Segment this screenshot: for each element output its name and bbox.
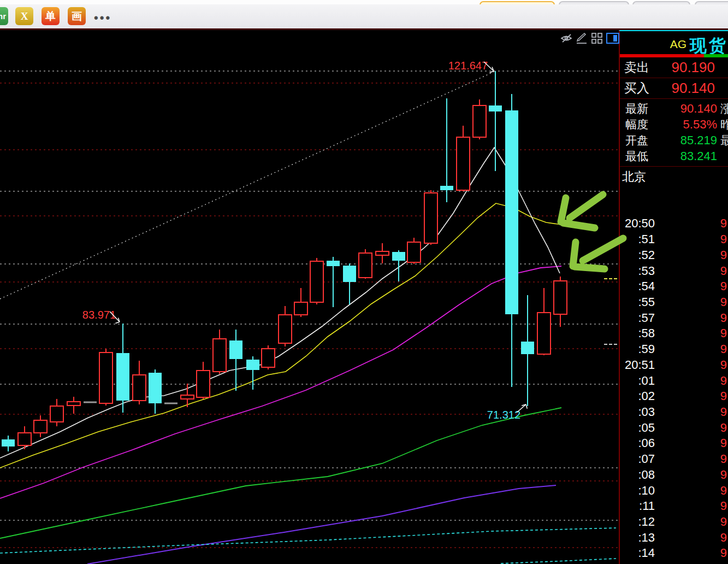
time-row[interactable]: 20:519 [620, 357, 728, 373]
time-row[interactable]: :519 [620, 232, 728, 248]
price-partial: 9 [655, 264, 727, 278]
time-row[interactable]: :529 [620, 247, 728, 263]
time-row[interactable]: :109 [620, 483, 728, 498]
time-row[interactable]: :599 [620, 342, 728, 357]
grid-layout-icon[interactable] [590, 32, 603, 45]
time-row[interactable]: :579 [620, 310, 728, 326]
timezone-label: 北京 [620, 167, 728, 183]
candle-up [537, 313, 551, 354]
price-partial: 9 [655, 216, 727, 231]
time-row[interactable]: :539 [620, 263, 728, 279]
ask-row[interactable]: 卖出 90.190 [620, 57, 728, 78]
price-partial: 9 [655, 358, 727, 372]
ask-label: 卖出 [624, 59, 662, 76]
hr-tool-icon[interactable]: hr [0, 7, 8, 25]
draw-pencil-icon[interactable] [575, 32, 588, 45]
price-annotation: 71.312 [487, 409, 520, 421]
stat-label: 幅度 [625, 117, 662, 132]
time-label: :54 [620, 279, 655, 293]
price-partial: 9 [655, 499, 727, 513]
session-bar [620, 54, 728, 57]
more-options-icon[interactable]: ••• [94, 11, 111, 25]
time-row[interactable]: :119 [620, 498, 728, 514]
panel-layout-icon[interactable] [606, 32, 620, 45]
candle-down [149, 373, 162, 403]
ma-green [0, 408, 561, 538]
stat-next-col-partial: 昨 [720, 117, 728, 132]
time-label: :01 [620, 374, 655, 388]
time-row[interactable]: 20:509 [620, 216, 728, 232]
time-row[interactable]: :059 [620, 420, 728, 436]
close-x-tool-icon[interactable]: X [15, 7, 33, 25]
trendline [0, 72, 494, 299]
stat-label: 最低 [625, 149, 662, 164]
bid-row[interactable]: 买入 90.140 [620, 78, 728, 99]
order-ticket-icon[interactable]: 单 [42, 7, 60, 25]
candle-up [376, 251, 389, 255]
time-row[interactable]: :139 [620, 530, 728, 545]
time-label: :08 [620, 468, 655, 482]
stat-label: 开盘 [625, 133, 662, 148]
draw-tool-icon[interactable]: 画 [68, 7, 86, 25]
price-partial: 9 [655, 232, 727, 246]
stat-value: 90.140 [662, 102, 717, 116]
price-partial: 9 [655, 405, 727, 419]
time-row[interactable]: :019 [620, 373, 728, 389]
time-row[interactable]: :589 [620, 326, 728, 342]
time-label: :55 [620, 295, 655, 309]
time-label: :15 [620, 562, 655, 564]
time-row[interactable]: :149 [620, 545, 728, 561]
chart-toolbar [560, 32, 620, 45]
candle-down [327, 261, 340, 266]
time-label: :13 [620, 531, 655, 545]
time-label: :52 [620, 248, 655, 262]
candle-down [246, 360, 259, 370]
time-row[interactable]: :069 [620, 436, 728, 451]
stat-label: 最新 [625, 101, 662, 116]
candle-up [294, 302, 307, 315]
stats-rows: 最新90.140涨幅度5.53%昨开盘85.219最最低83.241 [620, 99, 728, 167]
time-row[interactable]: :079 [620, 451, 728, 467]
candlestick-chart[interactable]: 121.64783.97171.312 [0, 30, 619, 564]
candle-down [229, 340, 242, 359]
chart-canvas[interactable]: 121.64783.97171.312 [0, 30, 619, 564]
ma-magenta [0, 266, 561, 498]
stat-value: 83.241 [662, 149, 717, 163]
candle-down [392, 252, 405, 261]
instrument-name: 现货 [690, 36, 728, 54]
price-partial: 9 [655, 279, 727, 293]
annotation-arrowhead [526, 404, 527, 409]
instrument-title[interactable]: AG现货 [620, 31, 728, 54]
candle-up [181, 395, 194, 399]
time-row[interactable]: :559 [620, 295, 728, 310]
stat-value: 5.53% [662, 118, 717, 132]
price-annotation: 83.971 [82, 309, 116, 321]
time-row[interactable]: :159 [620, 561, 728, 564]
candle-up [554, 281, 567, 314]
top-tab-strip [0, 0, 728, 4]
price-partial: 9 [655, 342, 727, 356]
candle-up [279, 315, 292, 343]
candle-up [359, 253, 372, 278]
time-row[interactable]: :089 [620, 467, 728, 483]
candle-up [457, 137, 470, 190]
candle-up [67, 402, 80, 406]
time-label: :06 [620, 436, 655, 450]
time-label: :59 [620, 342, 655, 356]
time-row[interactable]: :029 [620, 389, 728, 404]
stat-row: 最新90.140涨 [620, 101, 728, 116]
candle-up [310, 261, 323, 302]
candle-down [2, 439, 15, 446]
stat-row: 开盘85.219最 [620, 132, 728, 148]
time-sales-list[interactable]: 20:509:519:529:539:549:559:579:589:59920… [620, 216, 728, 564]
time-label: :53 [620, 264, 655, 278]
price-partial: 9 [655, 468, 727, 482]
price-partial: 9 [655, 531, 727, 545]
time-row[interactable]: :039 [620, 404, 728, 420]
time-row[interactable]: :549 [620, 279, 728, 295]
time-row[interactable]: :129 [620, 514, 728, 530]
trading-app: { "tabs": {"count": 4, "active_index": 0… [0, 0, 728, 564]
time-label: 20:51 [620, 358, 655, 372]
candle-up [407, 242, 421, 262]
hide-eye-icon[interactable] [560, 32, 573, 45]
